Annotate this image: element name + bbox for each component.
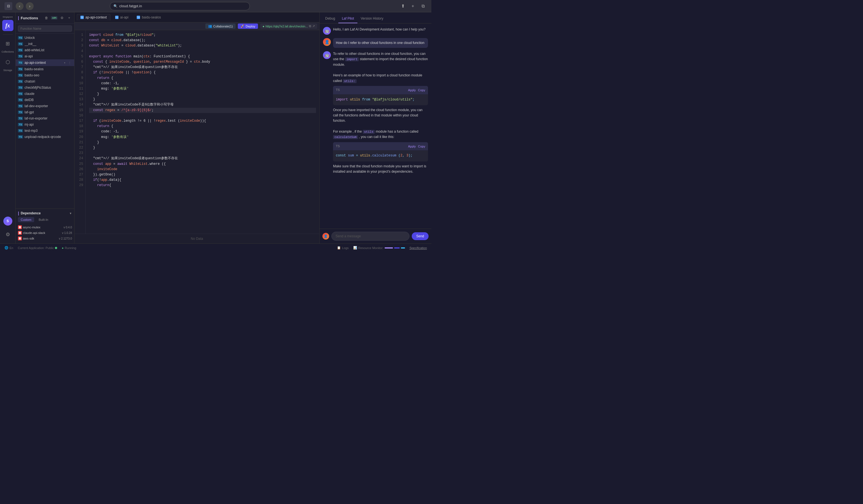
- code-line-19: code: -1,: [89, 129, 316, 134]
- sidebar-item-collections[interactable]: ⊞: [2, 38, 13, 49]
- new-tab-btn[interactable]: +: [409, 2, 417, 10]
- deploy-btn[interactable]: 🚀 Deploy: [238, 24, 258, 29]
- line-number-4: 4: [77, 49, 83, 54]
- specification-link[interactable]: Specification: [410, 246, 427, 250]
- function-item-laf-dev-exporter[interactable]: TS laf-dev-exporter: [16, 103, 74, 109]
- function-item-delDB[interactable]: TS delDB: [16, 97, 74, 103]
- function-name: chatsiri: [25, 79, 70, 83]
- fn-more-btn[interactable]: ⋮: [67, 61, 72, 65]
- function-item-laf-gpt[interactable]: TS laf-gpt: [16, 109, 74, 115]
- dependence-title: Dependence: [21, 211, 67, 215]
- function-item-mj-api[interactable]: TS mj-api: [16, 121, 74, 128]
- line-number-25: 25: [77, 161, 83, 167]
- bot-avatar-2: 🤖: [323, 51, 331, 59]
- code-editor[interactable]: 1234567891011121314151617181920212223242…: [75, 30, 319, 234]
- back-btn[interactable]: ‹: [16, 2, 24, 10]
- functions-add-btn[interactable]: +: [66, 15, 72, 21]
- function-item-baidu-seo[interactable]: TS baidu-seo: [16, 72, 74, 78]
- copy-btn-2[interactable]: Copy: [418, 145, 425, 148]
- function-item-chatsiri[interactable]: TS chatsiri: [16, 78, 74, 85]
- function-name: Unlock: [25, 36, 70, 40]
- function-item-checkMjPicStatus[interactable]: TS checkMjPicStatus: [16, 85, 74, 91]
- url-bar[interactable]: 🔍 cloud.fatgpt.in: [110, 2, 250, 10]
- function-item-add-whiteList[interactable]: TS add-whiteList: [16, 47, 74, 53]
- function-item-claude[interactable]: TS claude: [16, 91, 74, 97]
- sidebar-item-storage[interactable]: ⬡: [2, 56, 13, 68]
- function-name: ap-api-context: [25, 61, 61, 65]
- code-content-2: const sum = utils.calculatesum (2, 3);: [333, 150, 428, 161]
- copy-btn-1[interactable]: Copy: [418, 88, 425, 92]
- line-number-13: 13: [77, 97, 83, 102]
- running-dot: ●: [62, 246, 64, 250]
- dependence-header[interactable]: | Dependence ▼: [18, 211, 72, 216]
- dep-name: aws-sdk: [23, 237, 58, 240]
- apply-btn-1[interactable]: Apply: [408, 88, 416, 92]
- function-item-__init__[interactable]: TS __init__: [16, 41, 74, 47]
- dep-tabs: CustomBuilt-In: [18, 217, 72, 222]
- function-item-ap-api-context[interactable]: TS ap-api-context •⋮: [16, 59, 74, 66]
- function-item-unpload-redpack-qrcode[interactable]: TS unpload-redpack-qrcode: [16, 134, 74, 140]
- functions-delete-btn[interactable]: 🗑: [44, 15, 49, 21]
- browser-bar: ⊟ ‹ › 🔍 cloud.fatgpt.in ⬆ + ⧉: [0, 0, 432, 12]
- functions-settings-btn[interactable]: ⚙: [59, 15, 65, 21]
- function-name: baidu-seo: [25, 73, 70, 77]
- share-btn[interactable]: ⬆: [399, 2, 407, 10]
- function-name: delDB: [25, 98, 70, 102]
- function-item-test-mp3[interactable]: TS test-mp3: [16, 128, 74, 134]
- singapore-label: Singapore: [2, 16, 13, 18]
- code-block-actions-2: Apply Copy: [408, 145, 425, 148]
- editor-tab-ap-api-context[interactable]: TS ap-api-context: [77, 14, 110, 21]
- code-block-header-1: TS Apply Copy: [333, 86, 428, 94]
- function-item-ai-api[interactable]: TS ai-api: [16, 53, 74, 59]
- function-actions: •⋮: [62, 61, 72, 65]
- ts-badge: TS: [18, 54, 23, 58]
- lang-label: En: [10, 246, 13, 250]
- logs-item[interactable]: 📋 Logs: [337, 246, 349, 250]
- function-name: laf-dev-exporter: [25, 104, 70, 108]
- line-number-3: 3: [77, 43, 83, 48]
- function-item-baidu-sealos[interactable]: TS baidu-sealos: [16, 66, 74, 72]
- sidebar-item-functions[interactable]: fx: [2, 20, 13, 31]
- collaborate-icon: 👥: [208, 24, 212, 28]
- chat-input[interactable]: [332, 232, 410, 241]
- tab-version-history[interactable]: Version History: [358, 14, 387, 23]
- line-number-22: 22: [77, 145, 83, 151]
- forward-btn[interactable]: ›: [26, 2, 34, 10]
- dep-icon: [18, 225, 22, 229]
- line-number-8: 8: [77, 70, 83, 75]
- storage-icon: ⬡: [5, 59, 10, 65]
- tab-laf-pilot[interactable]: Laf Pilot: [338, 14, 357, 23]
- function-search-input[interactable]: [18, 25, 72, 31]
- bot-calculatesum-code: calculateSum: [333, 135, 358, 139]
- fn-edit-btn[interactable]: •: [62, 61, 67, 65]
- url-display[interactable]: ● https://qlq7e2.laf.dev/checkin... ⧉ ↗: [260, 24, 317, 29]
- dep-icon: [18, 231, 22, 235]
- ts-badge: TS: [18, 111, 23, 114]
- bot-utils-ref: utils: [363, 130, 375, 134]
- ts-badge: TS: [18, 129, 23, 132]
- send-btn[interactable]: Send: [412, 232, 428, 240]
- dep-tab-custom[interactable]: Custom: [18, 217, 34, 222]
- apply-btn-2[interactable]: Apply: [408, 145, 416, 148]
- bot-text5: , you can call it like this:: [359, 135, 395, 139]
- tab-debug[interactable]: Debug: [322, 14, 338, 23]
- editor-tab-baidu-sealos[interactable]: TS baidu-sealos: [133, 14, 164, 21]
- duplicate-btn[interactable]: ⧉: [419, 2, 427, 10]
- editor-tab-ai-api[interactable]: TS ai-api: [112, 14, 132, 21]
- line-number-27: 27: [77, 172, 83, 178]
- ts-badge: TS: [18, 61, 23, 64]
- line-number-14: 14: [77, 102, 83, 107]
- function-name: ai-api: [25, 54, 70, 58]
- line-number-7: 7: [77, 65, 83, 70]
- function-item-Unlock[interactable]: TS Unlock: [16, 35, 74, 41]
- dep-tab-built-in[interactable]: Built-In: [36, 217, 51, 222]
- no-data-label: No Data: [75, 234, 319, 244]
- functions-title: Functions: [21, 16, 42, 20]
- settings-item[interactable]: ⚙: [2, 229, 13, 240]
- sidebar-toggle-btn[interactable]: ⊟: [4, 2, 12, 10]
- function-name: __init__: [25, 42, 70, 46]
- function-item-laf-run-exporter[interactable]: TS laf-run-exporter: [16, 115, 74, 121]
- collaborate-label: Collaborate(1): [213, 25, 233, 28]
- collaborate-btn[interactable]: 👥 Collaborate(1): [205, 24, 236, 29]
- user-avatar[interactable]: S: [3, 217, 12, 225]
